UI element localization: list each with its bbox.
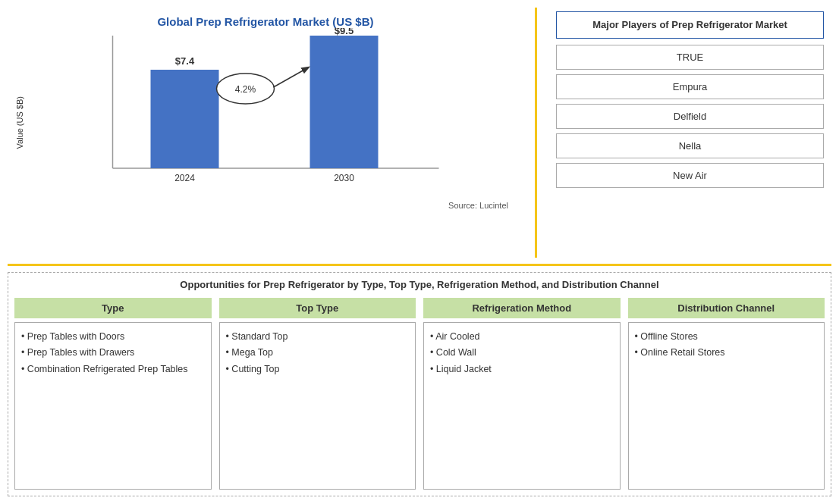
type-header: Type <box>14 298 212 318</box>
vertical-separator <box>535 8 537 258</box>
type-item-2: Prep Tables with Drawers <box>21 345 205 361</box>
category-refrigeration: Refrigeration Method Air Cooled Cold Wal… <box>423 298 621 490</box>
top-section: Global Prep Refrigerator Market (US $B) … <box>8 8 831 258</box>
toptype-item-1: Standard Top <box>226 329 410 345</box>
type-item-3: Combination Refrigerated Prep Tables <box>21 362 205 377</box>
player-empura: Empura <box>556 74 824 99</box>
horizontal-separator <box>8 264 831 266</box>
chart-svg: $7.4 2024 $9.5 2030 4.2% <box>28 28 516 195</box>
y-axis-label: Value (US $B) <box>15 96 24 149</box>
cagr-arrow <box>274 67 309 87</box>
player-delfield: Delfield <box>556 104 824 129</box>
category-type: Type Prep Tables with Doors Prep Tables … <box>14 298 212 490</box>
type-item-1: Prep Tables with Doors <box>21 329 205 345</box>
bottom-section: Opportunities for Prep Refrigerator by T… <box>8 272 831 496</box>
refrigeration-body: Air Cooled Cold Wall Liquid Jacket <box>423 322 621 490</box>
distribution-header: Distribution Channel <box>628 298 825 318</box>
players-title: Major Players of Prep Refrigerator Marke… <box>556 11 824 39</box>
toptype-item-3: Cutting Top <box>226 362 410 377</box>
distribution-body: Offline Stores Online Retail Stores <box>628 322 825 490</box>
bar-2024 <box>151 70 219 168</box>
players-section: Major Players of Prep Refrigerator Marke… <box>548 8 831 258</box>
chart-area: Value (US $B) $7.4 2024 $9.5 <box>15 36 516 210</box>
categories-row: Type Prep Tables with Doors Prep Tables … <box>14 298 825 490</box>
source-label: Source: Lucintel <box>28 201 516 210</box>
refrig-item-3: Liquid Jacket <box>430 362 614 377</box>
refrig-item-2: Cold Wall <box>430 345 614 361</box>
main-container: Global Prep Refrigerator Market (US $B) … <box>0 0 839 504</box>
svg-text:2030: 2030 <box>334 173 354 183</box>
chart-section: Global Prep Refrigerator Market (US $B) … <box>8 8 523 258</box>
category-distribution: Distribution Channel Offline Stores Onli… <box>628 298 825 490</box>
toptype-item-2: Mega Top <box>226 345 410 361</box>
player-nella: Nella <box>556 133 824 158</box>
svg-text:$9.5: $9.5 <box>335 28 354 36</box>
chart-wrapper: $7.4 2024 $9.5 2030 4.2% <box>28 28 516 210</box>
player-newair: New Air <box>556 163 824 188</box>
toptype-body: Standard Top Mega Top Cutting Top <box>219 322 416 490</box>
refrig-item-1: Air Cooled <box>430 329 614 345</box>
category-toptype: Top Type Standard Top Mega Top Cutting T… <box>219 298 416 490</box>
type-body: Prep Tables with Doors Prep Tables with … <box>14 322 212 490</box>
opportunities-title: Opportunities for Prep Refrigerator by T… <box>14 279 825 290</box>
svg-text:2024: 2024 <box>174 173 195 183</box>
chart-title: Global Prep Refrigerator Market (US $B) <box>157 15 373 28</box>
toptype-header: Top Type <box>219 298 416 318</box>
refrigeration-header: Refrigeration Method <box>423 298 621 318</box>
bar-2030 <box>310 36 379 168</box>
svg-text:$7.4: $7.4 <box>175 55 195 67</box>
svg-text:4.2%: 4.2% <box>235 84 256 95</box>
dist-item-2: Online Retail Stores <box>635 345 819 361</box>
player-true: TRUE <box>556 45 824 70</box>
dist-item-1: Offline Stores <box>635 329 819 345</box>
